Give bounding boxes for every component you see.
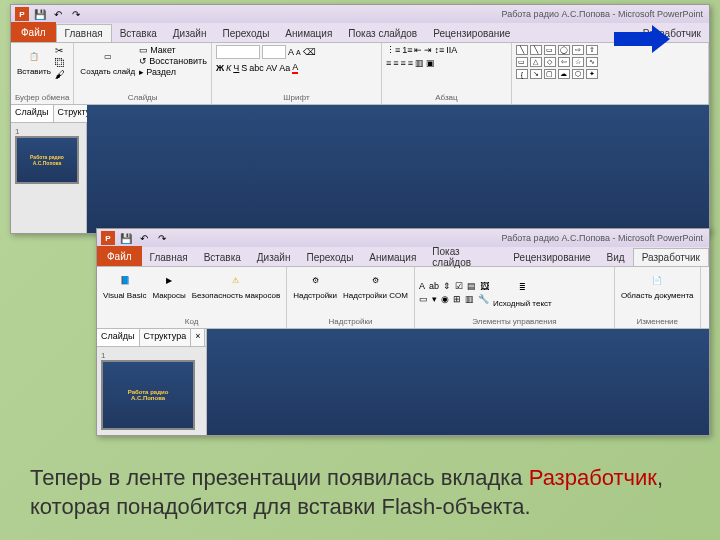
shape-rr-icon[interactable]: ▭ [516, 57, 528, 67]
columns-icon[interactable]: ▥ [415, 58, 424, 68]
control-check-icon[interactable]: ☑ [455, 281, 463, 291]
tab-home[interactable]: Главная [142, 248, 196, 266]
shape-up-icon[interactable]: ⇧ [586, 45, 598, 55]
grow-font-icon[interactable]: A [288, 47, 294, 57]
char-spacing-icon[interactable]: AV [266, 63, 277, 73]
sidepanel-tab-slides[interactable]: Слайды [11, 105, 54, 122]
save-icon[interactable]: 💾 [119, 231, 133, 245]
shape-misc-icon[interactable]: ✦ [586, 69, 598, 79]
tab-slideshow[interactable]: Показ слайдов [340, 24, 425, 42]
align-text-icon[interactable]: ▣ [426, 58, 435, 68]
slide-thumbnail[interactable]: Работа радио А.С.Попова [15, 136, 79, 184]
font-size-combo[interactable] [262, 45, 286, 59]
macros-button[interactable]: ▶ Макросы [150, 269, 187, 301]
format-painter-icon[interactable]: 🖌 [55, 69, 65, 80]
tab-developer[interactable]: Разработчик [633, 248, 709, 266]
control-textbox-icon[interactable]: ab [429, 281, 439, 291]
save-icon[interactable]: 💾 [33, 7, 47, 21]
underline-button[interactable]: Ч [233, 63, 239, 73]
new-slide-button[interactable]: ▭ Создать слайд [78, 45, 137, 77]
shape-box-icon[interactable]: ▢ [544, 69, 556, 79]
change-case-icon[interactable]: Aa [279, 63, 290, 73]
tab-design[interactable]: Дизайн [249, 248, 299, 266]
shape-arrow2-icon[interactable]: ⇦ [558, 57, 570, 67]
numbering-icon[interactable]: 1≡ [402, 45, 412, 55]
tab-animations[interactable]: Анимация [277, 24, 340, 42]
font-name-combo[interactable] [216, 45, 260, 59]
control-combo-icon[interactable]: ▾ [432, 294, 437, 304]
tab-file[interactable]: Файл [11, 22, 56, 42]
shape-line-icon[interactable]: ╲ [516, 45, 528, 55]
indent-right-icon[interactable]: ⇥ [424, 45, 432, 55]
shrink-font-icon[interactable]: A [296, 49, 301, 56]
shape-conn-icon[interactable]: ↘ [530, 69, 542, 79]
paste-button[interactable]: 📋 Вставить [15, 45, 53, 77]
clear-format-icon[interactable]: ⌫ [303, 47, 316, 57]
layout-button[interactable]: ▭ Макет [139, 45, 207, 55]
tab-transitions[interactable]: Переходы [214, 24, 277, 42]
control-list-icon[interactable]: ▤ [467, 281, 476, 291]
control-button-icon[interactable]: ▭ [419, 294, 428, 304]
control-radio-icon[interactable]: ◉ [441, 294, 449, 304]
tab-transitions[interactable]: Переходы [298, 248, 361, 266]
slide-thumbnail[interactable]: Работа радио А.С.Попова [101, 360, 195, 430]
shapes-gallery[interactable]: ╲ ╲ ▭ ◯ ⇨ ⇧ ▭ △ ◇ ⇦ ☆ ∿ { ↘ ▢ ☁ ⬡ ✦ [516, 45, 704, 79]
shape-star-icon[interactable]: ☆ [572, 57, 584, 67]
shape-brace-icon[interactable]: { [516, 69, 528, 79]
line-spacing-icon[interactable]: ↕≡ [434, 45, 444, 55]
tab-slideshow[interactable]: Показ слайдов [424, 248, 505, 266]
strike-button[interactable]: S [241, 63, 247, 73]
align-center-icon[interactable]: ≡ [393, 58, 398, 68]
tab-design[interactable]: Дизайн [165, 24, 215, 42]
bold-button[interactable]: Ж [216, 63, 224, 73]
control-label-icon[interactable]: A [419, 281, 425, 291]
tab-file[interactable]: Файл [97, 246, 142, 266]
tab-review[interactable]: Рецензирование [505, 248, 598, 266]
redo-icon[interactable]: ↷ [69, 7, 83, 21]
control-spin-icon[interactable]: ⇕ [443, 281, 451, 291]
shadow-button[interactable]: abc [249, 63, 264, 73]
undo-icon[interactable]: ↶ [137, 231, 151, 245]
align-right-icon[interactable]: ≡ [400, 58, 405, 68]
addins-button[interactable]: ⚙ Надстройки [291, 269, 339, 301]
undo-icon[interactable]: ↶ [51, 7, 65, 21]
sidepanel-tab-outline[interactable]: Структура [140, 329, 192, 346]
tab-insert[interactable]: Вставка [112, 24, 165, 42]
indent-left-icon[interactable]: ⇤ [414, 45, 422, 55]
italic-button[interactable]: К [226, 63, 231, 73]
tab-review[interactable]: Рецензирование [425, 24, 518, 42]
visual-basic-button[interactable]: 📘 Visual Basic [101, 269, 148, 301]
redo-icon[interactable]: ↷ [155, 231, 169, 245]
bullets-icon[interactable]: ⋮≡ [386, 45, 400, 55]
slide-canvas-2[interactable] [207, 329, 709, 435]
source-text-button[interactable]: ≣ Исходный текст [491, 277, 554, 309]
control-scroll-icon[interactable]: ▥ [465, 294, 474, 304]
document-panel-button[interactable]: 📄 Область документа [619, 269, 696, 301]
cut-icon[interactable]: ✂ [55, 45, 65, 56]
slide-canvas[interactable] [87, 105, 709, 233]
sidepanel-close-button[interactable]: × [191, 329, 205, 346]
shape-rect-icon[interactable]: ▭ [544, 45, 556, 55]
control-toggle-icon[interactable]: ⊞ [453, 294, 461, 304]
shape-dia-icon[interactable]: ◇ [544, 57, 556, 67]
shape-curve-icon[interactable]: ∿ [586, 57, 598, 67]
tab-animations[interactable]: Анимация [361, 248, 424, 266]
shape-hex-icon[interactable]: ⬡ [572, 69, 584, 79]
shape-arrow-icon[interactable]: ⇨ [572, 45, 584, 55]
section-button[interactable]: ▸ Раздел [139, 67, 207, 77]
justify-icon[interactable]: ≡ [408, 58, 413, 68]
reset-button[interactable]: ↺ Восстановить [139, 56, 207, 66]
control-more-icon[interactable]: 🔧 [478, 294, 489, 304]
tab-view[interactable]: Вид [599, 248, 633, 266]
sidepanel-tab-slides[interactable]: Слайды [97, 329, 140, 346]
com-addins-button[interactable]: ⚙ Надстройки COM [341, 269, 410, 301]
align-left-icon[interactable]: ≡ [386, 58, 391, 68]
shape-line2-icon[interactable]: ╲ [530, 45, 542, 55]
text-direction-icon[interactable]: IIA [446, 45, 457, 55]
tab-home[interactable]: Главная [56, 24, 112, 42]
copy-icon[interactable]: ⿻ [55, 57, 65, 68]
shape-cloud-icon[interactable]: ☁ [558, 69, 570, 79]
macro-security-button[interactable]: ⚠ Безопасность макросов [190, 269, 282, 301]
shape-tri-icon[interactable]: △ [530, 57, 542, 67]
control-image-icon[interactable]: 🖼 [480, 281, 489, 291]
